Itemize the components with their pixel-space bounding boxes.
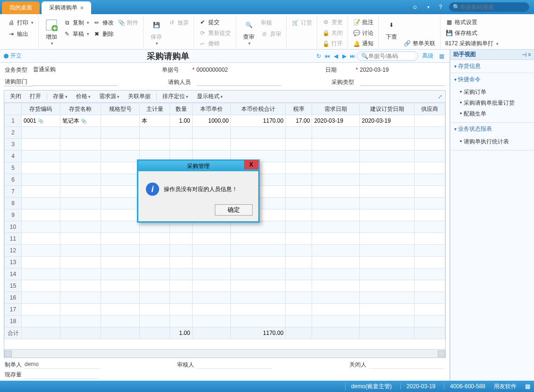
edit-icon: ✏: [93, 19, 101, 26]
save-button[interactable]: 💾 保存▾: [146, 16, 166, 48]
dept-input[interactable]: [33, 78, 118, 86]
attach-button[interactable]: 📎附件: [116, 18, 140, 27]
format-button[interactable]: ▦格式设置: [443, 18, 500, 27]
last-icon[interactable]: ⏭: [348, 53, 357, 59]
grid-related-button[interactable]: 关联单据: [125, 92, 153, 100]
side-sec-reports[interactable]: 业务状态报表: [450, 123, 534, 135]
table-row[interactable]: 14: [5, 268, 445, 280]
bell-icon: 🔔: [353, 40, 360, 48]
resubmit-button[interactable]: ⟳重新提交: [197, 29, 233, 38]
closer-label: 关闭人: [349, 361, 366, 369]
side-sec-quickcmd[interactable]: 快捷命令: [450, 73, 534, 86]
delete-button[interactable]: ✖删除: [91, 29, 116, 39]
close-doc-button[interactable]: 🔒关闭: [320, 29, 345, 38]
open-doc-button[interactable]: 🔓打开: [320, 39, 345, 48]
biztype-label: 业务类型: [5, 66, 33, 74]
drill-button[interactable]: ⬇ 下查: [381, 16, 401, 48]
advanced-link[interactable]: 高级: [422, 52, 433, 60]
next-icon[interactable]: ▶: [340, 53, 348, 59]
table-row[interactable]: 18: [5, 316, 445, 327]
refresh-icon[interactable]: ↻: [314, 53, 323, 59]
tab-purchase-request[interactable]: 采购请购单×: [42, 1, 91, 14]
print-button[interactable]: 🖨打印▾: [6, 18, 35, 27]
status-bar: demo(账套主管) 2020-03-19 4006-600-588 用友软件 …: [0, 381, 534, 392]
grid-price-button[interactable]: 价格▾: [73, 92, 93, 100]
table-row[interactable]: 10: [5, 221, 445, 233]
revoke-icon: ⤺: [199, 40, 206, 48]
dialog-ok-button[interactable]: 确定: [215, 204, 253, 216]
grid-sort-button[interactable]: 排序定位▾: [160, 92, 191, 100]
dialog-close-button[interactable]: X: [244, 160, 258, 169]
ptype-input[interactable]: [360, 78, 445, 86]
prev-icon[interactable]: ◀: [331, 53, 340, 59]
doc-search[interactable]: 🔍: [357, 51, 418, 61]
doc-search-input[interactable]: [368, 53, 414, 59]
refresh-icon: ⟳: [199, 29, 206, 37]
smile-icon[interactable]: ☺: [411, 3, 419, 11]
modify-button[interactable]: ✏修改: [91, 18, 116, 27]
table-row[interactable]: 15: [5, 280, 445, 292]
chat-icon: 💬: [353, 29, 360, 37]
pin-icon[interactable]: ⊣ ×: [522, 51, 531, 58]
output-button[interactable]: ⇥输出: [6, 29, 35, 39]
export-icon: ⇥: [8, 30, 15, 38]
table-row[interactable]: 10001 📎笔记本 📎本1.001000.001170.0017.002020…: [5, 115, 445, 127]
table-row[interactable]: 13: [5, 257, 445, 268]
barcode-search-input[interactable]: [460, 4, 526, 10]
search-icon: 🔍: [361, 53, 368, 59]
notify-button[interactable]: 🔔通知: [351, 39, 375, 48]
table-row[interactable]: 17: [5, 304, 445, 316]
add-button[interactable]: 增加▾: [42, 16, 61, 48]
horizontal-scrollbar[interactable]: [4, 349, 445, 358]
quickcmd-item[interactable]: 采购订单: [460, 87, 534, 98]
audit-button[interactable]: 🔍 查审▾: [239, 16, 259, 48]
fulllink-button[interactable]: 🔗整单关联: [401, 39, 437, 48]
change-button[interactable]: ⚙变更: [320, 18, 345, 27]
quickcmd-item[interactable]: 配额生单: [460, 108, 534, 119]
tab-desktop[interactable]: 我的桌面: [2, 1, 40, 14]
grid-display-button[interactable]: 显示格式▾: [194, 92, 226, 100]
order-button[interactable]: 🛒订货: [289, 18, 314, 27]
side-sec-inventory[interactable]: 存货信息: [450, 60, 534, 73]
cancel-button[interactable]: ⤺撤销: [197, 39, 233, 48]
quickcmd-item[interactable]: 采购请购单批量订货: [460, 98, 534, 108]
submit-button[interactable]: ✔提交: [197, 18, 233, 27]
ptype-label: 采购类型: [331, 78, 360, 86]
grid-close-button[interactable]: 关闭: [7, 92, 24, 100]
first-icon[interactable]: ⏮: [323, 53, 331, 59]
undo-icon: ↺: [168, 19, 176, 26]
discuss-button[interactable]: 💬讨论: [351, 29, 375, 38]
add-icon: [44, 18, 59, 32]
dialog-title: 采购管理: [187, 162, 210, 170]
draft-icon: ✎: [63, 30, 71, 38]
closer-value: [369, 361, 445, 369]
close-icon[interactable]: ×: [80, 5, 84, 11]
help-icon[interactable]: ?: [437, 3, 444, 11]
table-row[interactable]: 3: [5, 139, 445, 150]
saveformat-button[interactable]: 💾保存格式: [443, 29, 500, 38]
auditrec-button[interactable]: 审核: [259, 18, 283, 27]
grid-open-button[interactable]: 打开: [27, 92, 44, 100]
grid-stock-button[interactable]: 存量▾: [50, 92, 70, 100]
grid-source-button[interactable]: 需求源▾: [96, 92, 122, 100]
biztype-value[interactable]: 普通采购: [33, 66, 118, 74]
report-item[interactable]: 请购单执行统计表: [460, 136, 534, 147]
docno-label: 单据号: [162, 66, 190, 74]
draft-button[interactable]: ✎草稿▾: [61, 29, 91, 39]
grid-view-icon[interactable]: ▦: [437, 53, 446, 59]
table-row[interactable]: 12: [5, 245, 445, 257]
grid-expand-icon[interactable]: ⤢: [438, 93, 442, 100]
template-select[interactable]: 8172 采购请购单打▾: [443, 39, 500, 48]
table-row[interactable]: 2: [5, 127, 445, 139]
barcode-search[interactable]: 🔍: [449, 2, 529, 12]
giveup-button[interactable]: ↺放弃: [166, 18, 191, 27]
copy-button[interactable]: ⧉复制▾: [61, 18, 91, 27]
date-value[interactable]: 2020-03-19: [360, 67, 445, 74]
abandon-button[interactable]: ⊘弃审: [259, 29, 283, 39]
note-button[interactable]: 📝批注: [351, 18, 375, 27]
person-input[interactable]: [196, 78, 281, 86]
smile-dropdown-icon[interactable]: ▾: [424, 3, 432, 11]
doc-status: 开立: [10, 52, 22, 60]
table-row[interactable]: 16: [5, 292, 445, 304]
table-row[interactable]: 11: [5, 233, 445, 245]
